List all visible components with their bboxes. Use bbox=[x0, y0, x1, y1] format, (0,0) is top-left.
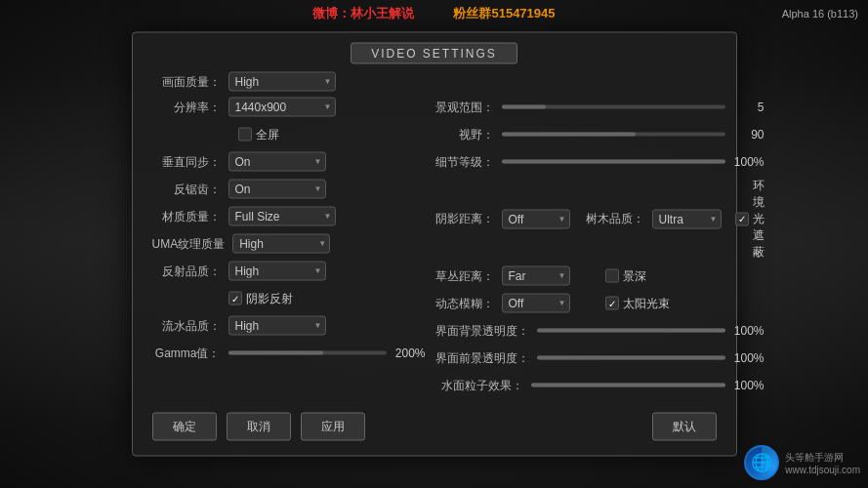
ui-fg-opacity-fill bbox=[537, 356, 725, 360]
motionblur-sun-row: 动态模糊： Off On 太阳光束 bbox=[435, 292, 765, 315]
antialias-select-wrap[interactable]: On Off bbox=[228, 180, 326, 199]
shadow-reflection-checkbox[interactable] bbox=[228, 292, 242, 305]
water-quality-select[interactable]: High Medium Low bbox=[228, 316, 326, 336]
vsync-select-wrap[interactable]: On Off bbox=[228, 152, 326, 172]
view-distance-slider[interactable] bbox=[502, 105, 725, 109]
watermark-text: 头等舱手游网www.tdjsouji.com bbox=[785, 451, 860, 475]
ui-fg-opacity-row: 界面前景透明度： 100% bbox=[435, 346, 765, 370]
water-particle-value: 100% bbox=[730, 379, 765, 392]
gamma-slider[interactable] bbox=[228, 351, 387, 355]
video-settings-dialog: VIDEO SETTINGS 画面质量： High Ultra Medium L… bbox=[132, 32, 737, 457]
motion-blur-label: 动态模糊： bbox=[435, 295, 494, 311]
ui-bg-opacity-label: 界面背景透明度： bbox=[435, 322, 529, 339]
sun-shaft-checkbox[interactable] bbox=[605, 297, 619, 310]
antialias-label: 反锯齿： bbox=[152, 181, 221, 197]
detail-level-label: 细节等级： bbox=[435, 153, 494, 170]
fov-slider-fill bbox=[502, 133, 636, 137]
resolution-select-wrap[interactable]: 1440x900 1920x1080 1280x720 bbox=[228, 98, 336, 117]
button-row: 确定 取消 应用 默认 bbox=[152, 407, 717, 441]
reflection-quality-row: 反射品质： High Medium Low bbox=[152, 260, 426, 283]
texture-quality-select-wrap[interactable]: Full Size Half Size Quarter Size bbox=[228, 207, 336, 226]
reflection-quality-select[interactable]: High Medium Low bbox=[228, 262, 326, 281]
detail-level-slider-fill bbox=[502, 160, 725, 164]
shadow-reflection-checkbox-wrap[interactable]: 阴影反射 bbox=[228, 290, 293, 306]
fov-slider-wrap: 90 bbox=[502, 128, 765, 142]
left-column: 分辨率： 1440x900 1920x1080 1280x720 全屏 bbox=[152, 96, 426, 397]
motion-blur-select-wrap[interactable]: Off On bbox=[502, 294, 570, 313]
tree-quality-select[interactable]: Ultra High Medium bbox=[652, 209, 722, 228]
ui-bg-opacity-row: 界面背景透明度： 100% bbox=[435, 319, 765, 343]
grass-distance-select[interactable]: Far Near Off bbox=[502, 266, 570, 286]
vsync-label: 垂直同步： bbox=[152, 153, 221, 170]
detail-level-slider[interactable] bbox=[502, 160, 725, 164]
watermark-globe-icon: 🌐 bbox=[744, 445, 779, 480]
ao-checkbox-wrap[interactable]: 环境光遮蔽 bbox=[735, 178, 765, 261]
fov-slider[interactable] bbox=[502, 133, 725, 137]
ui-fg-opacity-label: 界面前景透明度： bbox=[435, 349, 529, 366]
resolution-select[interactable]: 1440x900 1920x1080 1280x720 bbox=[228, 98, 336, 117]
water-particle-slider[interactable] bbox=[531, 384, 725, 387]
cancel-button[interactable]: 取消 bbox=[227, 413, 291, 441]
reflection-quality-select-wrap[interactable]: High Medium Low bbox=[228, 262, 326, 281]
shadow-tree-row: 阴影距离： Off Near Far 树木品质： Ultra High Medi… bbox=[435, 178, 765, 261]
ao-checkbox[interactable] bbox=[735, 212, 749, 225]
shadow-distance-select-wrap[interactable]: Off Near Far bbox=[502, 209, 570, 228]
qq-group-label: 粉丝群515471945 bbox=[453, 5, 555, 22]
texture-quality-row: 材质质量： Full Size Half Size Quarter Size bbox=[152, 205, 426, 228]
water-particle-row: 水面粒子效果： 100% bbox=[435, 374, 765, 397]
btn-group-left: 确定 取消 应用 bbox=[152, 413, 365, 441]
fullscreen-checkbox-wrap[interactable]: 全屏 bbox=[238, 126, 279, 142]
ui-bg-opacity-value: 100% bbox=[730, 324, 765, 338]
watermark: 🌐 头等舱手游网www.tdjsouji.com bbox=[744, 445, 860, 480]
dof-checkbox-wrap[interactable]: 景深 bbox=[605, 267, 646, 284]
reflection-quality-label: 反射品质： bbox=[152, 263, 221, 279]
view-distance-value: 5 bbox=[730, 101, 765, 114]
ui-fg-opacity-value: 100% bbox=[730, 351, 765, 365]
two-col-layout: 分辨率： 1440x900 1920x1080 1280x720 全屏 bbox=[152, 96, 717, 397]
gamma-row: Gamma值： 200% bbox=[152, 342, 426, 365]
fullscreen-checkbox[interactable] bbox=[238, 128, 252, 142]
vsync-row: 垂直同步： On Off bbox=[152, 150, 426, 174]
dof-label: 景深 bbox=[623, 267, 646, 284]
dialog-title: VIDEO SETTINGS bbox=[351, 43, 517, 64]
weibo-label: 微博：林小王解说 bbox=[312, 5, 414, 22]
dof-checkbox[interactable] bbox=[605, 269, 619, 283]
gamma-value: 200% bbox=[392, 346, 426, 360]
motion-blur-select[interactable]: Off On bbox=[502, 294, 570, 313]
detail-level-row: 细节等级： 100% bbox=[435, 150, 765, 174]
ui-bg-opacity-slider[interactable] bbox=[537, 329, 725, 333]
uma-texture-select[interactable]: High Medium Low bbox=[232, 234, 330, 254]
shadow-reflection-row: 阴影反射 bbox=[152, 287, 426, 310]
resolution-label: 分辨率： bbox=[152, 99, 221, 115]
uma-texture-select-wrap[interactable]: High Medium Low bbox=[232, 234, 330, 254]
shadow-distance-label: 阴影距离： bbox=[435, 211, 494, 227]
grass-distance-select-wrap[interactable]: Far Near Off bbox=[502, 266, 570, 286]
dialog-title-bar: VIDEO SETTINGS bbox=[152, 43, 717, 64]
water-quality-select-wrap[interactable]: High Medium Low bbox=[228, 316, 326, 336]
water-quality-row: 流水品质： High Medium Low bbox=[152, 314, 426, 338]
fov-value: 90 bbox=[730, 128, 765, 142]
quality-select[interactable]: High Ultra Medium Low bbox=[228, 72, 336, 92]
view-distance-row: 景观范围： 5 bbox=[435, 96, 765, 119]
ui-fg-opacity-slider[interactable] bbox=[537, 356, 725, 360]
tree-quality-select-wrap[interactable]: Ultra High Medium bbox=[652, 209, 722, 228]
antialias-row: 反锯齿： On Off bbox=[152, 178, 426, 201]
water-particle-slider-wrap: 100% bbox=[531, 379, 765, 392]
antialias-select[interactable]: On Off bbox=[228, 180, 326, 199]
quality-select-wrap[interactable]: High Ultra Medium Low bbox=[228, 72, 336, 92]
default-button[interactable]: 默认 bbox=[652, 413, 717, 441]
ao-label: 环境光遮蔽 bbox=[753, 178, 765, 261]
texture-quality-select[interactable]: Full Size Half Size Quarter Size bbox=[228, 207, 336, 226]
apply-button[interactable]: 应用 bbox=[301, 413, 365, 441]
uma-texture-row: UMA纹理质量 High Medium Low bbox=[152, 232, 426, 256]
gamma-slider-fill bbox=[228, 351, 323, 355]
shadow-distance-select[interactable]: Off Near Far bbox=[502, 209, 570, 228]
resolution-row: 分辨率： 1440x900 1920x1080 1280x720 bbox=[152, 96, 426, 119]
confirm-button[interactable]: 确定 bbox=[152, 413, 217, 441]
ui-bg-opacity-fill bbox=[537, 329, 725, 333]
sun-shaft-checkbox-wrap[interactable]: 太阳光束 bbox=[605, 295, 670, 311]
fullscreen-label: 全屏 bbox=[256, 126, 279, 142]
view-distance-label: 景观范围： bbox=[435, 99, 494, 115]
fov-label: 视野： bbox=[435, 126, 494, 142]
vsync-select[interactable]: On Off bbox=[228, 152, 326, 172]
